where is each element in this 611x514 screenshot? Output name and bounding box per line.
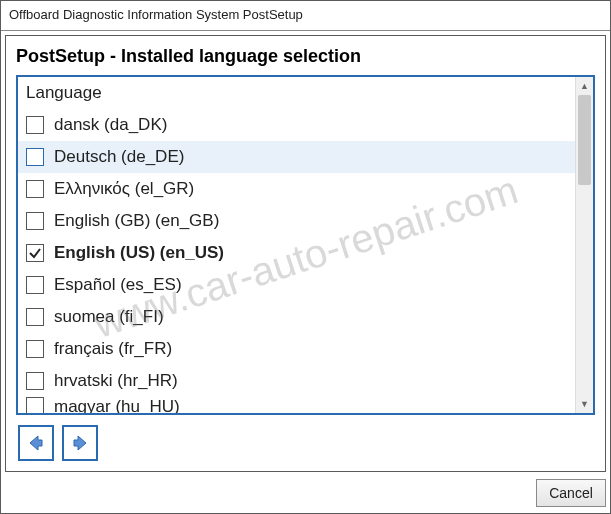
language-checkbox[interactable] [26,340,44,358]
page-heading: PostSetup - Installed language selection [16,46,595,67]
window-title: Offboard Diagnostic Information System P… [9,7,303,22]
language-checkbox[interactable] [26,276,44,294]
language-listbox: Language dansk (da_DK)Deutsch (de_DE)Ελλ… [16,75,595,415]
content-area: PostSetup - Installed language selection… [5,35,606,472]
back-button[interactable] [18,425,54,461]
language-label: magyar (hu_HU) [54,397,180,413]
scroll-thumb[interactable] [578,95,591,185]
column-header-language: Language [18,81,575,109]
language-row[interactable]: suomea (fi_FI) [18,301,575,333]
language-checkbox[interactable] [26,148,44,166]
titlebar: Offboard Diagnostic Information System P… [1,1,610,31]
scroll-down-arrow-icon[interactable]: ▼ [576,395,593,413]
language-label: dansk (da_DK) [54,115,167,135]
language-checkbox[interactable] [26,372,44,390]
footer: Cancel [1,476,610,513]
language-checkbox[interactable] [26,244,44,262]
language-label: Deutsch (de_DE) [54,147,184,167]
check-icon [28,246,42,260]
next-button[interactable] [62,425,98,461]
language-checkbox[interactable] [26,397,44,413]
language-label: English (US) (en_US) [54,243,224,263]
scroll-up-arrow-icon[interactable]: ▲ [576,77,593,95]
arrow-left-icon [26,433,46,453]
language-row[interactable]: dansk (da_DK) [18,109,575,141]
language-list: Language dansk (da_DK)Deutsch (de_DE)Ελλ… [18,77,575,413]
nav-bar [16,423,595,463]
svg-marker-0 [30,436,42,450]
language-checkbox[interactable] [26,212,44,230]
language-row[interactable]: hrvatski (hr_HR) [18,365,575,397]
language-label: hrvatski (hr_HR) [54,371,178,391]
language-row[interactable]: English (GB) (en_GB) [18,205,575,237]
language-row[interactable]: français (fr_FR) [18,333,575,365]
svg-marker-1 [74,436,86,450]
language-row[interactable]: Deutsch (de_DE) [18,141,575,173]
language-label: Español (es_ES) [54,275,182,295]
language-row[interactable]: English (US) (en_US) [18,237,575,269]
arrow-right-icon [70,433,90,453]
language-label: suomea (fi_FI) [54,307,164,327]
language-row[interactable]: Español (es_ES) [18,269,575,301]
language-checkbox[interactable] [26,116,44,134]
language-label: English (GB) (en_GB) [54,211,219,231]
scrollbar[interactable]: ▲ ▼ [575,77,593,413]
language-row[interactable]: Ελληνικός (el_GR) [18,173,575,205]
language-label: français (fr_FR) [54,339,172,359]
cancel-button[interactable]: Cancel [536,479,606,507]
language-checkbox[interactable] [26,308,44,326]
language-checkbox[interactable] [26,180,44,198]
language-row[interactable]: magyar (hu_HU) [18,397,575,413]
language-label: Ελληνικός (el_GR) [54,179,194,199]
window: Offboard Diagnostic Information System P… [0,0,611,514]
